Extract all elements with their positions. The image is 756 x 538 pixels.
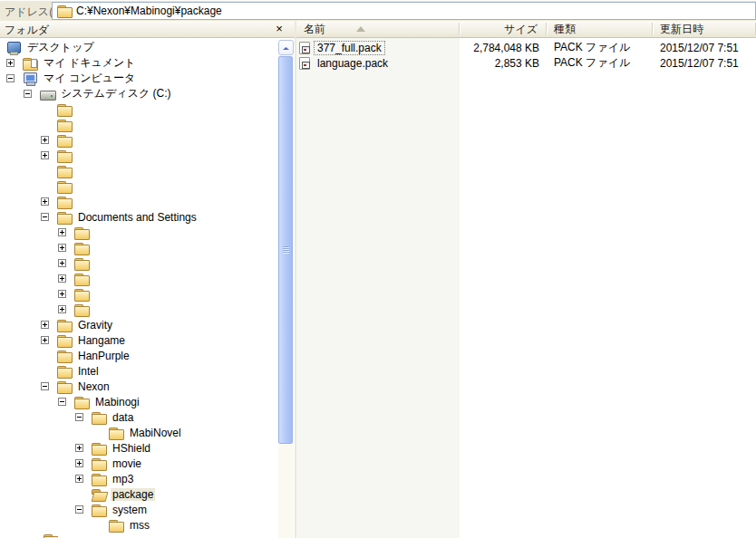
expand-toggle[interactable] [24,90,40,98]
tree-item[interactable] [0,302,277,317]
tree-item[interactable] [0,286,277,302]
tree-item-package[interactable]: package [0,486,277,502]
expand-toggle[interactable] [58,259,74,267]
expand-plus-icon[interactable] [41,197,49,206]
expand-plus-icon[interactable] [75,459,83,467]
file-name-cell: 377_full.pack [296,41,460,55]
tree-item-nexon[interactable]: Nexon [0,379,277,394]
expand-toggle[interactable] [41,213,57,221]
expand-plus-icon[interactable] [75,444,83,452]
tree-item-mabinogi[interactable]: Mabinogi [0,394,277,409]
expand-toggle[interactable] [75,459,92,467]
tree-item-c[interactable]: システムディスク (C:) [0,86,277,101]
tree-item-mabinovel[interactable]: MabiNovel [0,425,277,440]
tree-item[interactable] [0,271,277,286]
tree-item-label: movie [111,457,143,470]
folder-icon [57,103,72,116]
column-header-date[interactable]: 更新日時 [653,21,756,37]
expand-toggle[interactable] [41,151,57,159]
tree-item-hangame[interactable]: Hangame [0,332,277,348]
expand-plus-icon[interactable] [58,259,66,267]
folder-icon [109,427,123,439]
expand-toggle[interactable] [75,413,92,421]
expand-toggle[interactable] [75,444,92,452]
expand-toggle[interactable] [41,136,57,144]
tree-item[interactable] [0,163,277,178]
expand-toggle[interactable] [41,336,57,344]
column-header-size[interactable]: サイズ [460,21,547,37]
expand-toggle[interactable] [75,505,92,514]
tree-item[interactable] [0,194,277,209]
tree-item-gravity[interactable]: Gravity [0,317,277,332]
tree-item-system[interactable]: system [0,502,277,517]
expand-plus-icon[interactable] [75,475,83,483]
folder-icon [57,211,72,224]
tree-item[interactable] [0,101,277,117]
explorer-window: アドレス(D) C:¥Nexon¥Mabinogi¥package フォルダ ×… [0,0,756,538]
expand-plus-icon[interactable] [58,290,66,298]
collapse-minus-icon[interactable] [41,382,49,390]
expand-toggle[interactable] [41,382,57,390]
tree-item[interactable] [0,132,277,148]
expand-toggle[interactable] [58,305,74,313]
collapse-minus-icon[interactable] [58,398,66,406]
tree-item[interactable] [0,225,277,240]
expand-plus-icon[interactable] [41,136,49,144]
expand-toggle[interactable] [41,321,57,329]
tree-item[interactable]: デスクトップ [0,40,277,55]
address-input[interactable]: C:¥Nexon¥Mabinogi¥package [52,2,756,20]
tree-item-hanpurple[interactable]: HanPurple [0,348,277,363]
collapse-minus-icon[interactable] [6,74,15,82]
expand-plus-icon[interactable] [58,305,66,313]
expand-toggle[interactable] [6,74,23,82]
expand-toggle[interactable] [58,228,74,236]
file-name[interactable]: language.pack [314,56,392,71]
tree-scrollbar[interactable] [278,40,294,538]
folder-icon [57,119,72,131]
tree-item[interactable] [0,255,277,271]
scrollbar-thumb[interactable] [278,56,293,444]
tree-item-hshield[interactable]: HShield [0,440,277,456]
folder-icon [74,257,89,270]
tree-item-label: mss [128,519,151,532]
tree-item-intel[interactable]: Intel [0,363,277,379]
file-row-377-full-pack[interactable]: 377_full.pack2,784,048 KBPACK ファイル2015/1… [296,40,756,55]
tree-item-label: system [111,504,149,516]
tree-item-documents-and-settings[interactable]: Documents and Settings [0,209,277,225]
tree-item[interactable] [0,240,277,255]
collapse-minus-icon[interactable] [75,413,83,421]
expand-toggle[interactable] [58,274,74,283]
tree-item-mss[interactable]: mss [0,517,277,533]
tree-item[interactable]: マイ ドキュメント [0,55,277,71]
expand-plus-icon[interactable] [58,244,66,252]
collapse-minus-icon[interactable] [75,505,83,514]
column-header-name[interactable]: 名前 [296,21,460,37]
folder-icon [74,288,89,301]
expand-toggle[interactable] [58,290,74,298]
close-icon[interactable]: × [273,22,286,36]
expand-plus-icon[interactable] [6,59,15,67]
scroll-up-icon[interactable] [278,40,294,55]
tree-item-data[interactable]: data [0,409,277,425]
expand-toggle[interactable] [41,197,57,206]
collapse-minus-icon[interactable] [41,213,49,221]
expand-toggle[interactable] [6,59,23,67]
expand-plus-icon[interactable] [58,274,66,283]
expand-plus-icon[interactable] [58,228,66,236]
column-header-type[interactable]: 種類 [547,21,653,37]
expand-toggle[interactable] [58,244,74,252]
expand-toggle[interactable] [58,398,74,406]
expand-plus-icon[interactable] [41,151,49,159]
tree-item-movie[interactable]: movie [0,456,277,471]
tree-item-mp3[interactable]: mp3 [0,471,277,486]
tree-item[interactable] [0,117,277,132]
collapse-minus-icon[interactable] [24,90,32,98]
file-row-language-pack[interactable]: language.pack2,853 KBPACK ファイル2015/12/07… [296,55,756,71]
expand-plus-icon[interactable] [41,321,49,329]
file-name[interactable]: 377_full.pack [314,41,385,55]
tree-item[interactable] [0,178,277,194]
tree-item[interactable] [0,148,277,163]
expand-plus-icon[interactable] [41,336,49,344]
expand-toggle[interactable] [75,475,92,483]
tree-item[interactable]: マイ コンピュータ [0,71,277,86]
